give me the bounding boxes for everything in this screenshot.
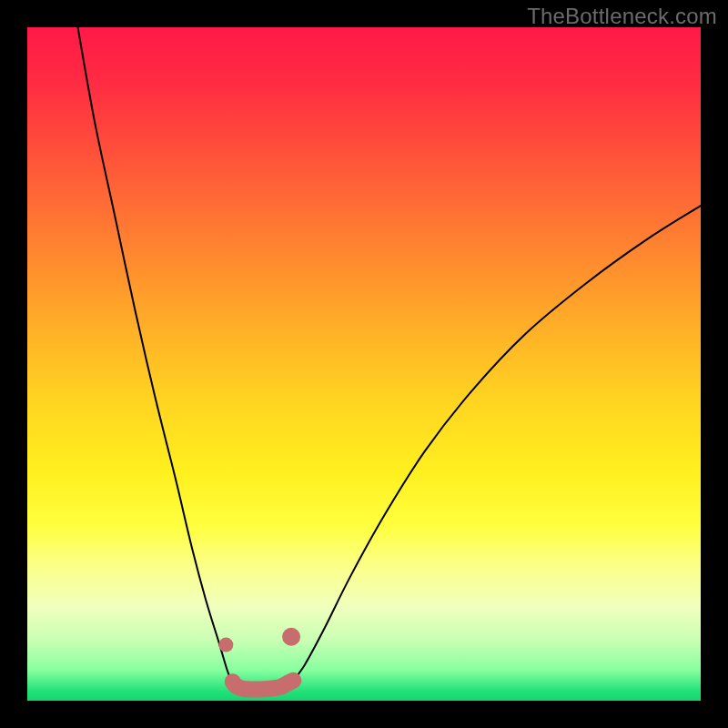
series-trough-marker	[233, 681, 294, 690]
marker-dot-left	[218, 638, 233, 652]
plot-area	[27, 27, 701, 701]
chart-frame: TheBottleneck.com	[0, 0, 728, 728]
marker-dot-right	[282, 628, 300, 646]
watermark-text: TheBottleneck.com	[527, 4, 717, 29]
gradient-background	[27, 27, 701, 701]
chart-svg	[27, 27, 701, 701]
